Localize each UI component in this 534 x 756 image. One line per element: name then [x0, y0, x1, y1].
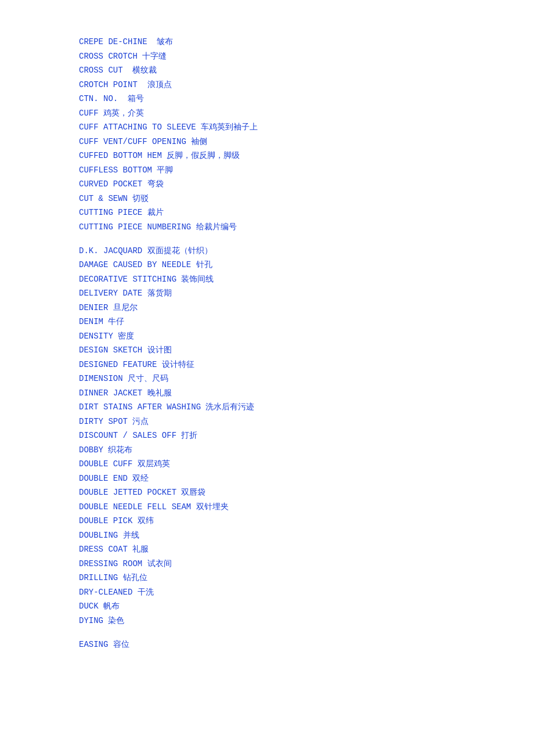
section-gap [79, 234, 455, 244]
list-item: DRILLING 钻孔位 [79, 571, 455, 585]
list-item: DECORATIVE STITCHING 装饰间线 [79, 272, 455, 287]
content-area: CREPE DE-CHINE 皱布CROSS CROTCH 十字缝CROSS C… [79, 35, 455, 652]
list-item: DIRT STAINS AFTER WASHING 洗水后有污迹 [79, 400, 455, 415]
list-item: CROSS CUT 横纹裁 [79, 63, 455, 78]
list-item: CROSS CROTCH 十字缝 [79, 49, 455, 64]
list-item: DRY-CLEANED 干洗 [79, 585, 455, 600]
list-item: DESIGN SKETCH 设计图 [79, 343, 455, 358]
list-item: EASING 容位 [79, 638, 455, 652]
list-item: DENIER 旦尼尔 [79, 301, 455, 315]
list-item: CROTCH POINT 浪顶点 [79, 78, 455, 92]
list-item: DOUBLING 并线 [79, 528, 455, 543]
list-item: CUFF ATTACHING TO SLEEVE 车鸡英到袖子上 [79, 120, 455, 135]
list-item: CUTTING PIECE 裁片 [79, 206, 455, 220]
list-item: CTN. NO. 箱号 [79, 92, 455, 106]
list-item: DRESSING ROOM 试衣间 [79, 557, 455, 571]
list-item: DAMAGE CAUSED BY NEEDLE 针孔 [79, 258, 455, 272]
list-item: DIMENSION 尺寸、尺码 [79, 372, 455, 386]
list-item: CURVED POCKET 弯袋 [79, 177, 455, 192]
list-item: DRESS COAT 礼服 [79, 542, 455, 557]
list-item: D.K. JACQUARD 双面提花（针织） [79, 244, 455, 258]
list-item: DOUBLE PICK 双纬 [79, 514, 455, 528]
list-item: DOUBLE END 双经 [79, 471, 455, 486]
list-item: DELIVERY DATE 落货期 [79, 286, 455, 301]
list-item: DESIGNED FEATURE 设计特征 [79, 358, 455, 372]
list-item: DOBBY 织花布 [79, 443, 455, 458]
list-item: DISCOUNT / SALES OFF 打折 [79, 429, 455, 443]
list-item: DINNER JACKET 晚礼服 [79, 386, 455, 401]
list-item: CUFF 鸡英，介英 [79, 106, 455, 121]
section-gap [79, 628, 455, 638]
list-item: CUT & SEWN 切驳 [79, 192, 455, 206]
list-item: CUTTING PIECE NUMBERING 给裁片编号 [79, 220, 455, 235]
list-item: DUCK 帆布 [79, 599, 455, 614]
list-item: DOUBLE JETTED POCKET 双唇袋 [79, 485, 455, 500]
list-item: DENSITY 密度 [79, 329, 455, 344]
list-item: CREPE DE-CHINE 皱布 [79, 35, 455, 49]
list-item: DOUBLE CUFF 双层鸡英 [79, 457, 455, 471]
list-item: CUFF VENT/CUFF OPENING 袖侧 [79, 135, 455, 149]
list-item: DENIM 牛仔 [79, 315, 455, 329]
list-item: DIRTY SPOT 污点 [79, 415, 455, 429]
list-item: CUFFED BOTTOM HEM 反脚，假反脚，脚级 [79, 149, 455, 163]
list-item: CUFFLESS BOTTOM 平脚 [79, 163, 455, 178]
list-item: DOUBLE NEEDLE FELL SEAM 双针埋夹 [79, 500, 455, 514]
list-item: DYING 染色 [79, 614, 455, 628]
